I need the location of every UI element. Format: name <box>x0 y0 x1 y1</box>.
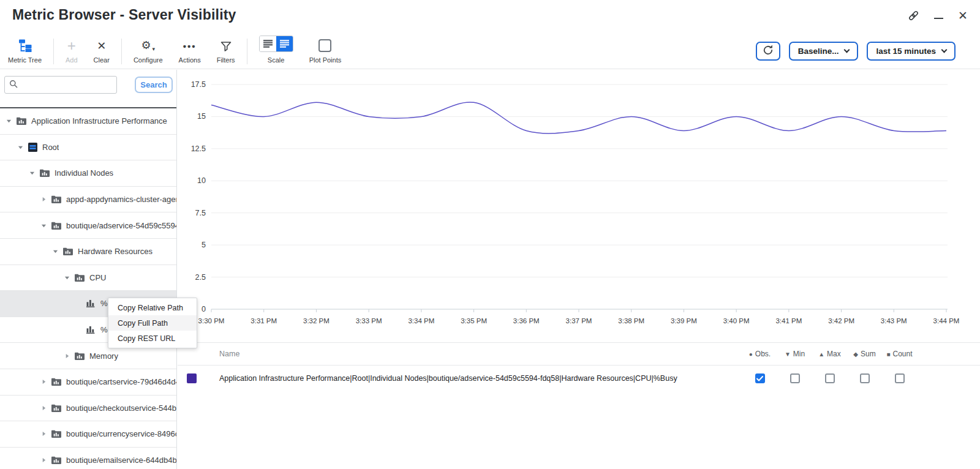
tree-item-boutique-checkoutservice-544bdf649[interactable]: boutique/checkoutservice-544bdf649 <box>0 396 176 422</box>
metric-tree: Application Infrastructure PerformanceRo… <box>0 108 176 469</box>
stat-label: Max <box>827 350 841 358</box>
configure-button[interactable]: ⚙▾ Configure <box>126 36 171 67</box>
unchecked-checkbox-sum[interactable] <box>860 373 870 383</box>
clear-icon: ✕ <box>97 39 106 52</box>
metrics-table: Name ●Obs.▼Min▲Max◆Sum■Count Application… <box>178 342 980 391</box>
actions-label: Actions <box>179 56 201 64</box>
folder-chart-icon <box>51 430 61 438</box>
x-tick-label: 3:37 PM <box>566 317 592 325</box>
plot-points-label: Plot Points <box>309 56 342 64</box>
actions-button[interactable]: ••• Actions <box>171 36 209 67</box>
metric-tree-icon <box>18 39 32 52</box>
filters-button[interactable]: Filters <box>209 36 243 67</box>
y-tick-label: 10 <box>197 176 206 185</box>
ellipsis-icon: ••• <box>183 39 197 52</box>
tree-item-label: boutique/currencyservice-8496cb5c7 <box>66 429 176 438</box>
chevron-expanded-icon[interactable] <box>6 118 17 124</box>
stat-glyph-icon: ■ <box>886 351 890 358</box>
scale-on-segment[interactable] <box>276 36 293 51</box>
metric-line-chart[interactable]: 02.557.51012.51517.53:30 PM3:31 PM3:32 P… <box>178 70 980 342</box>
stat-column-header-sum: ◆Sum <box>847 350 882 358</box>
tree-item-application-infrastructure-performance[interactable]: Application Infrastructure Performance <box>0 108 176 135</box>
toolbar-right: Baseline... last 15 minutes <box>756 42 956 61</box>
x-tick-label: 3:36 PM <box>513 317 540 325</box>
context-menu-item-copy-full-path[interactable]: Copy Full Path <box>108 315 197 331</box>
minimize-icon[interactable] <box>934 13 943 19</box>
plot-points-toggle[interactable]: Plot Points <box>301 36 350 67</box>
refresh-button[interactable] <box>756 42 780 61</box>
folder-chart-icon <box>63 247 73 255</box>
tree-item-root[interactable]: Root <box>0 135 176 161</box>
name-column-header: Name <box>178 350 742 358</box>
unchecked-checkbox-min[interactable] <box>790 373 800 383</box>
scale-toggle[interactable]: Scale <box>251 36 301 67</box>
tree-item-label: appd-appdynamics-cluster-agent-app <box>66 195 176 204</box>
table-row: Application Infrastructure Performance|R… <box>178 366 980 391</box>
folder-chart-icon <box>51 404 61 412</box>
x-tick-label: 3:43 PM <box>881 317 907 325</box>
search-field[interactable] <box>4 76 117 94</box>
refresh-icon <box>762 44 774 58</box>
search-input[interactable] <box>21 80 112 89</box>
plot-points-checkbox[interactable] <box>318 39 331 52</box>
clear-button[interactable]: ✕ Clear <box>86 36 118 67</box>
stat-glyph-icon: ◆ <box>853 351 858 358</box>
search-button[interactable]: Search <box>135 77 173 93</box>
search-icon <box>9 80 18 91</box>
y-tick-label: 2.5 <box>195 273 206 282</box>
chevron-expanded-icon[interactable] <box>18 144 28 150</box>
tree-item-boutique-cartservice-79d46d4d46-9b[interactable]: boutique/cartservice-79d46d4d46-9b <box>0 369 176 396</box>
context-menu-item-copy-rest-url[interactable]: Copy REST URL <box>108 331 197 346</box>
x-tick-label: 3:40 PM <box>723 317 750 325</box>
unchecked-checkbox-max[interactable] <box>825 373 835 383</box>
close-icon[interactable]: ✕ <box>958 10 968 21</box>
y-tick-label: 5 <box>202 241 206 249</box>
series-color-swatch <box>187 373 197 383</box>
tree-item-hardware-resources[interactable]: Hardware Resources <box>0 239 176 265</box>
chevron-expanded-icon[interactable] <box>41 223 51 228</box>
metric-tree-button[interactable]: Metric Tree <box>0 36 50 67</box>
chevron-down-icon <box>844 47 850 53</box>
unchecked-checkbox-count[interactable] <box>895 373 905 383</box>
x-tick-label: 3:44 PM <box>933 317 960 325</box>
scale-toggle-icon[interactable] <box>259 36 293 52</box>
time-range-dropdown[interactable]: last 15 minutes <box>867 42 956 61</box>
x-tick-label: 3:42 PM <box>828 317 854 325</box>
scale-off-segment[interactable] <box>260 36 276 51</box>
baseline-dropdown[interactable]: Baseline... <box>789 42 859 61</box>
tree-item-boutique-currencyservice-8496cb5c7[interactable]: boutique/currencyservice-8496cb5c7 <box>0 421 176 448</box>
tree-item-individual-nodes[interactable]: Individual Nodes <box>0 160 176 187</box>
tree-item-appd-appdynamics-cluster-agent-app[interactable]: appd-appdynamics-cluster-agent-app <box>0 187 176 213</box>
x-tick-label: 3:32 PM <box>303 317 330 325</box>
chevron-down-icon <box>941 47 948 53</box>
tree-item-label: Memory <box>89 351 118 361</box>
chevron-expanded-icon[interactable] <box>64 275 75 280</box>
tree-item-boutique-adservice-54d59c5594-fdq58[interactable]: boutique/adservice-54d59c5594-fdq58 <box>0 212 176 239</box>
link-icon[interactable] <box>908 10 919 21</box>
filters-label: Filters <box>217 56 235 64</box>
chevron-collapsed-icon[interactable] <box>41 405 51 411</box>
y-tick-label: 15 <box>197 112 206 121</box>
chevron-collapsed-icon[interactable] <box>41 379 51 385</box>
chevron-collapsed-icon[interactable] <box>41 197 51 202</box>
x-tick-label: 3:39 PM <box>671 317 697 325</box>
chevron-down-icon: ▾ <box>153 46 156 52</box>
tree-item-boutique-emailservice-644db4bdf8-lc[interactable]: boutique/emailservice-644db4bdf8-lc <box>0 448 176 469</box>
context-menu-item-copy-relative-path[interactable]: Copy Relative Path <box>108 300 197 315</box>
folder-chart-icon <box>51 456 61 464</box>
stat-label: Sum <box>861 350 876 358</box>
chevron-collapsed-icon[interactable] <box>41 457 51 463</box>
checked-checkbox-obs[interactable] <box>755 373 765 383</box>
folder-chart-icon <box>51 222 61 230</box>
folder-chart-icon <box>17 117 26 125</box>
tree-item-label: CPU <box>89 273 106 282</box>
chevron-collapsed-icon[interactable] <box>41 431 51 437</box>
chevron-expanded-icon[interactable] <box>29 170 40 176</box>
y-tick-label: 17.5 <box>191 80 206 89</box>
chevron-collapsed-icon[interactable] <box>64 353 75 359</box>
tree-item-cpu[interactable]: CPU <box>0 265 176 291</box>
toolbar-separator <box>121 39 122 64</box>
gear-icon: ⚙ <box>141 39 151 52</box>
chevron-expanded-icon[interactable] <box>53 249 63 254</box>
metric-icon <box>86 299 96 307</box>
